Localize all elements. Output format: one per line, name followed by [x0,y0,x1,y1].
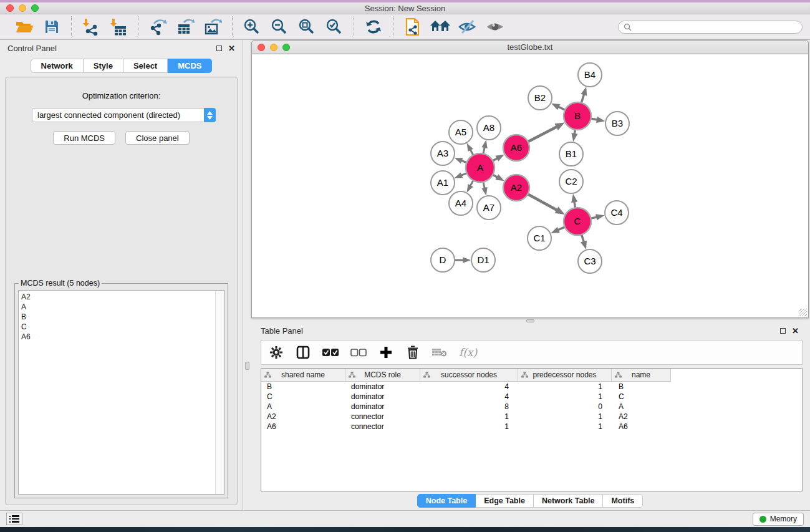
graph-node-A6[interactable]: A6 [503,135,529,161]
graph-node-C3[interactable]: C3 [578,249,602,273]
zoom-out-icon[interactable] [269,17,290,37]
graph-node-B4[interactable]: B4 [578,63,602,87]
tab-mcds[interactable]: MCDS [168,59,212,73]
run-mcds-button[interactable]: Run MCDS [53,131,115,145]
graph-node-B2[interactable]: B2 [528,86,552,110]
graph-edge-arrowhead [581,240,587,249]
search-input[interactable] [635,22,797,31]
optimization-criterion-select[interactable]: largest connected component (directed) [32,108,216,122]
graph-node-A3[interactable]: A3 [431,142,455,165]
home-networks-icon[interactable] [430,17,451,37]
mcds-result-title: MCDS result (5 nodes) [19,279,102,288]
control-panel-title: Control Panel [7,44,57,53]
panel-splitter[interactable] [243,40,251,510]
column-header-name[interactable]: name [612,369,671,382]
show-panels-button[interactable] [6,513,22,525]
graph-node-D[interactable]: D [431,248,455,272]
select-all-icon[interactable] [322,344,339,361]
splitter-grip[interactable] [526,319,534,322]
graph-edge-arrowhead [551,227,560,233]
result-item[interactable]: C [21,322,213,332]
graph-node-D1[interactable]: D1 [471,248,495,272]
list-icon [9,515,19,523]
result-item[interactable]: B [21,312,213,322]
import-table-icon[interactable] [108,17,129,37]
network-view-window: testGlobe.txt B4B2BB3A8A5A6A3B1AC2A1A2A4… [251,40,809,318]
graph-node-C2[interactable]: C2 [559,170,583,193]
network-canvas[interactable]: B4B2BB3A8A5A6A3B1AC2A1A2A4A7C4CC1C3DD1 [251,54,809,318]
splitter-grip[interactable] [245,362,249,370]
tab-select[interactable]: Select [123,59,168,73]
open-file-icon[interactable] [14,17,35,37]
show-graphics-details-icon[interactable] [485,17,506,37]
tab-motifs[interactable]: Motifs [603,494,643,508]
column-header-mcds-role[interactable]: MCDS role [345,369,420,382]
table-row[interactable]: Adominator80A [261,402,802,412]
graph-node-B1[interactable]: B1 [559,142,583,166]
zoom-in-icon[interactable] [241,17,263,37]
export-table-icon[interactable] [175,17,196,37]
graph-node-B3[interactable]: B3 [605,112,629,135]
export-image-icon[interactable] [202,17,223,37]
tab-style[interactable]: Style [84,59,123,73]
import-network-icon[interactable] [80,17,102,37]
hide-graphics-details-icon[interactable] [457,17,478,37]
column-header-predecessor-nodes[interactable]: predecessor nodes [518,369,612,382]
graph-node-C4[interactable]: C4 [605,201,629,225]
graph-node-A8[interactable]: A8 [477,116,501,140]
graph-edge-arrowhead [463,257,471,263]
graph-edge-A6-B[interactable] [527,127,557,143]
refresh-icon[interactable] [363,17,384,37]
node-table[interactable]: shared nameMCDS rolesuccessor nodesprede… [261,368,803,491]
table-row[interactable]: Bdominator41B [261,382,802,392]
table-row[interactable]: A6connector11A6 [261,422,802,432]
table-settings-gear-icon[interactable] [269,344,284,361]
tab-network[interactable]: Network [31,59,84,73]
new-network-from-document-icon[interactable] [402,17,423,37]
graph-node-A2[interactable]: A2 [503,175,529,201]
tab-node-table[interactable]: Node Table [417,494,476,508]
result-item[interactable]: A2 [21,292,213,302]
table-row[interactable]: A2connector11A2 [261,412,802,422]
delete-icon[interactable] [405,344,420,361]
graph-node-C1[interactable]: C1 [528,226,551,250]
destroy-table-icon[interactable] [432,344,447,361]
graph-node-C[interactable]: C [564,208,591,235]
graph-node-B[interactable]: B [564,102,591,130]
function-builder-icon[interactable]: f(x) [459,344,477,361]
export-network-icon[interactable] [147,17,168,37]
save-session-icon[interactable] [41,17,62,37]
column-header-shared-name[interactable]: shared name [261,369,345,382]
zoom-fit-icon[interactable] [296,17,317,37]
table-row[interactable]: Cdominator41C [261,392,802,402]
memory-label: Memory [770,515,797,523]
graph-node-A7[interactable]: A7 [477,196,501,220]
result-item[interactable]: A6 [21,332,213,342]
result-list-scrollbar[interactable] [215,291,224,494]
close-panel-icon[interactable]: ✕ [228,46,235,51]
graph-node-label: B1 [566,148,577,159]
unselect-all-icon[interactable] [350,344,367,361]
mcds-result-list[interactable]: A2ABCA6 [18,290,224,495]
memory-button[interactable]: Memory [753,513,804,526]
search-field[interactable] [618,21,803,34]
graph-node-A4[interactable]: A4 [449,191,473,215]
result-item[interactable]: A [21,302,213,312]
tab-edge-table[interactable]: Edge Table [476,494,534,508]
float-panel-icon[interactable] [216,46,222,51]
show-columns-icon[interactable] [296,344,311,361]
close-panel-button[interactable]: Close panel [125,131,190,145]
graph-node-A5[interactable]: A5 [449,120,473,144]
cell-predecessor-nodes: 1 [518,392,612,402]
graph-node-A[interactable]: A [466,153,494,182]
float-table-panel-icon[interactable] [780,328,786,334]
graph-node-A1[interactable]: A1 [431,171,455,195]
resize-grip-icon[interactable] [799,309,807,316]
graph-edge-A2-C[interactable] [527,193,558,210]
tab-network-table[interactable]: Network Table [534,494,604,508]
column-header-successor-nodes[interactable]: successor nodes [420,369,518,382]
horizontal-splitter[interactable] [251,318,809,323]
add-icon[interactable] [378,344,393,361]
close-table-panel-icon[interactable]: ✕ [792,328,799,334]
zoom-selected-icon[interactable] [324,17,345,37]
